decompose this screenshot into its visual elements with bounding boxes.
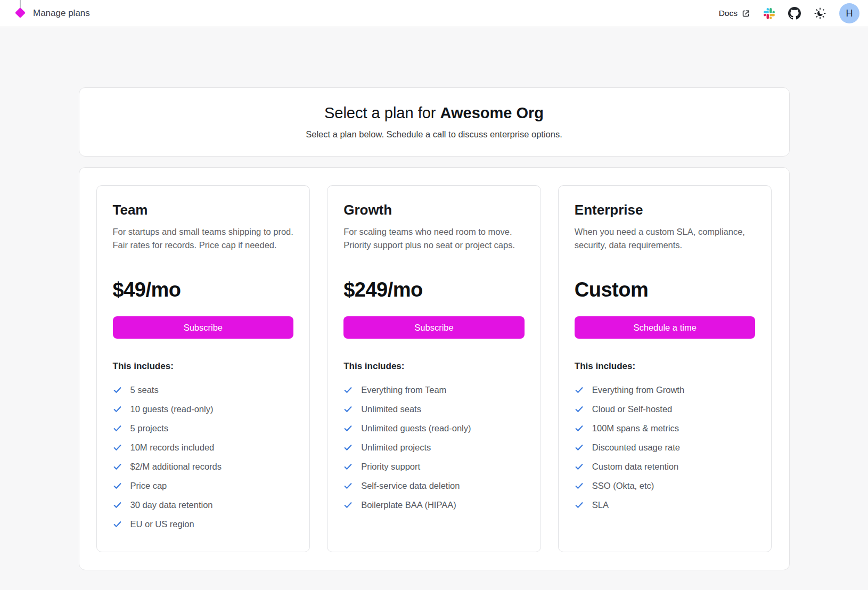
check-icon <box>113 520 122 529</box>
check-icon <box>575 405 584 414</box>
plans-panel: Team For startups and small teams shippi… <box>79 167 790 570</box>
feature-item: Discounted usage rate <box>575 438 756 457</box>
feature-text: 100M spans & metrics <box>592 423 679 433</box>
feature-item: Self-service data deletion <box>343 476 525 495</box>
plan-description: When you need a custom SLA, compliance, … <box>575 225 756 266</box>
check-icon <box>575 424 584 433</box>
external-link-icon <box>741 9 750 18</box>
feature-item: 10M records included <box>113 438 294 457</box>
org-name: Awesome Org <box>440 104 544 121</box>
plan-name: Team <box>113 202 294 218</box>
app-logo-icon <box>15 0 26 27</box>
feature-item: Unlimited guests (read-only) <box>343 419 525 438</box>
includes-label: This includes: <box>113 361 294 372</box>
feature-text: SLA <box>592 500 609 510</box>
subscribe-button[interactable]: Subscribe <box>343 316 525 339</box>
feature-text: 10M records included <box>130 442 215 453</box>
feature-text: SSO (Okta, etc) <box>592 481 654 491</box>
feature-item: Price cap <box>113 476 294 495</box>
feature-item: Everything from Growth <box>575 380 756 399</box>
feature-text: $2/M additional records <box>130 462 222 472</box>
diamond-icon <box>15 7 26 18</box>
theme-toggle-icon[interactable] <box>814 7 826 19</box>
feature-item: 30 day data retention <box>113 495 294 514</box>
feature-item: 10 guests (read-only) <box>113 399 294 419</box>
feature-text: Everything from Growth <box>592 385 684 395</box>
feature-text: Discounted usage rate <box>592 442 680 453</box>
docs-link-label: Docs <box>719 9 738 18</box>
check-icon <box>113 462 122 471</box>
feature-text: 5 projects <box>130 423 169 433</box>
page-title: Manage plans <box>33 8 90 19</box>
check-icon <box>343 424 353 433</box>
feature-text: EU or US region <box>130 519 194 529</box>
plan-select-header-card: Select a plan for Awesome Org Select a p… <box>79 87 790 157</box>
plan-description: For scaling teams who need room to move.… <box>343 225 525 266</box>
plan-price: $49/mo <box>113 278 294 301</box>
feature-item: SLA <box>575 495 756 514</box>
check-icon <box>343 501 353 510</box>
feature-list: Everything from GrowthCloud or Self-host… <box>575 380 756 514</box>
plan-card-team: Team For startups and small teams shippi… <box>96 185 310 552</box>
feature-text: 5 seats <box>130 385 159 395</box>
check-icon <box>575 386 584 395</box>
top-bar: Manage plans Docs <box>0 0 868 27</box>
check-icon <box>343 443 353 452</box>
check-icon <box>343 405 353 414</box>
main-content: Select a plan for Awesome Org Select a p… <box>79 27 790 570</box>
schedule-a-time-button[interactable]: Schedule a time <box>575 316 756 339</box>
check-icon <box>575 462 584 471</box>
check-icon <box>113 501 122 510</box>
includes-label: This includes: <box>575 361 756 372</box>
plan-description: For startups and small teams shipping to… <box>113 225 294 266</box>
feature-text: 30 day data retention <box>130 500 213 510</box>
feature-text: Unlimited seats <box>361 404 421 414</box>
check-icon <box>575 443 584 452</box>
feature-text: Boilerplate BAA (HIPAA) <box>361 500 456 510</box>
plan-price: Custom <box>575 278 756 301</box>
github-icon[interactable] <box>788 7 801 20</box>
feature-list: Everything from TeamUnlimited seatsUnlim… <box>343 380 525 514</box>
check-icon <box>343 462 353 471</box>
plan-card-growth: Growth For scaling teams who need room t… <box>327 185 541 552</box>
check-icon <box>113 405 122 414</box>
check-icon <box>113 424 122 433</box>
check-icon <box>113 443 122 452</box>
feature-list: 5 seats10 guests (read-only)5 projects10… <box>113 380 294 534</box>
check-icon <box>343 481 353 490</box>
feature-item: Priority support <box>343 457 525 476</box>
feature-item: Custom data retention <box>575 457 756 476</box>
docs-link[interactable]: Docs <box>719 9 750 18</box>
includes-label: This includes: <box>343 361 525 372</box>
feature-item: $2/M additional records <box>113 457 294 476</box>
feature-text: Price cap <box>130 481 167 491</box>
feature-item: Boilerplate BAA (HIPAA) <box>343 495 525 514</box>
avatar[interactable]: H <box>839 3 859 23</box>
plan-price: $249/mo <box>343 278 525 301</box>
hero-subtitle: Select a plan below. Schedule a call to … <box>306 129 562 140</box>
feature-item: 5 seats <box>113 380 294 399</box>
feature-item: Cloud or Self-hosted <box>575 399 756 419</box>
feature-item: Everything from Team <box>343 380 525 399</box>
check-icon <box>343 386 353 395</box>
feature-item: EU or US region <box>113 514 294 534</box>
header-left: Manage plans <box>15 0 90 27</box>
plan-card-enterprise: Enterprise When you need a custom SLA, c… <box>558 185 772 552</box>
check-icon <box>575 481 584 490</box>
feature-text: Unlimited projects <box>361 442 431 453</box>
feature-text: Custom data retention <box>592 462 678 472</box>
feature-text: Everything from Team <box>361 385 446 395</box>
slack-icon[interactable] <box>764 8 775 19</box>
feature-item: Unlimited seats <box>343 399 525 419</box>
check-icon <box>113 481 122 490</box>
check-icon <box>575 501 584 510</box>
feature-item: 5 projects <box>113 419 294 438</box>
check-icon <box>113 386 122 395</box>
feature-text: Unlimited guests (read-only) <box>361 423 471 433</box>
subscribe-button[interactable]: Subscribe <box>113 316 294 339</box>
feature-item: SSO (Okta, etc) <box>575 476 756 495</box>
plan-name: Enterprise <box>575 202 756 218</box>
hero-title: Select a plan for Awesome Org <box>324 104 544 122</box>
feature-text: 10 guests (read-only) <box>130 404 214 414</box>
feature-item: 100M spans & metrics <box>575 419 756 438</box>
